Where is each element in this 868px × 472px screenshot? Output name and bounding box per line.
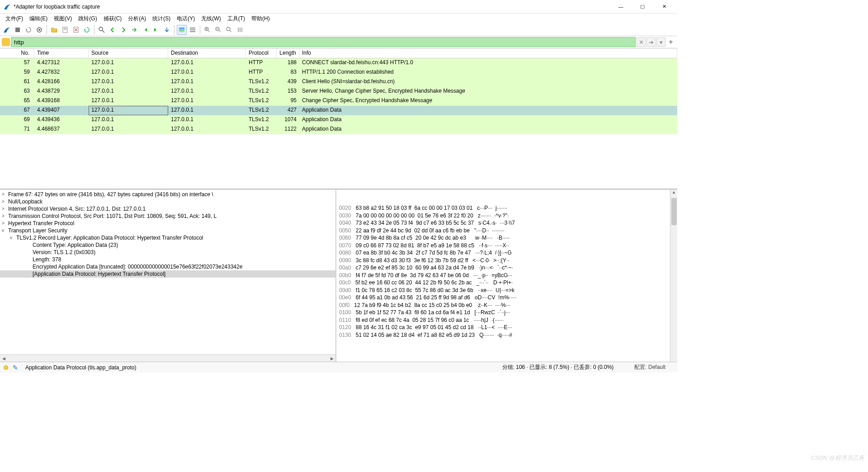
capture-options-icon[interactable] (34, 25, 44, 35)
packet-row[interactable]: 574.427312127.0.0.1127.0.0.1HTTP188CONNE… (0, 58, 677, 68)
zoom-in-icon[interactable] (203, 25, 212, 35)
hex-line[interactable]: 00c0 5f b2 ee 16 60 cc 06 20 44 12 2b f9… (339, 279, 675, 287)
hex-line[interactable]: 0120 88 16 4c 31 f1 02 ca 3c e9 97 05 01… (339, 324, 675, 331)
apply-filter-button[interactable]: ➜ (646, 38, 656, 47)
col-header-time[interactable]: Time (34, 48, 89, 58)
hex-line[interactable]: 0080 07 ea 8b 3f b0 4c 3b 34 2f c7 7d 5d… (339, 249, 675, 257)
packet-row[interactable]: 634.438729127.0.0.1127.0.0.1TLSv1.2153Se… (0, 87, 677, 96)
hex-line[interactable]: 00f0 12 7a b9 f9 4b 1c b4 b2 8a cc 15 c0… (339, 302, 675, 309)
menu-view[interactable]: 视图(V) (51, 14, 75, 24)
find-icon[interactable] (97, 25, 107, 35)
hex-line[interactable]: 00b0 f4 f7 de 5f fd 70 df 8e 3d 79 42 63… (339, 272, 675, 279)
close-file-icon[interactable] (71, 25, 81, 35)
reload-file-icon[interactable] (82, 25, 92, 35)
packet-list-header: No. Time Source Destination Protocol Len… (0, 48, 677, 58)
clear-filter-button[interactable]: ✕ (637, 38, 646, 47)
app-icon (4, 3, 11, 10)
packet-row[interactable]: 654.439168127.0.0.1127.0.0.1TLSv1.295Cha… (0, 96, 677, 106)
status-profile[interactable]: 配置: Default (626, 363, 674, 371)
col-header-protocol[interactable]: Protocol (246, 48, 277, 58)
add-filter-button[interactable]: + (666, 38, 675, 47)
menu-stats[interactable]: 统计(S) (150, 14, 173, 24)
col-header-info[interactable]: Info (299, 48, 677, 58)
tree-node[interactable]: Length: 378 (0, 256, 335, 263)
hex-line[interactable]: 0030 7a 00 00 00 00 00 00 00 01 5e 76 e6… (339, 212, 675, 220)
col-header-length[interactable]: Length (277, 48, 299, 58)
tree-node[interactable]: >Transmission Control Protocol, Src Port… (0, 212, 335, 220)
save-file-icon[interactable] (60, 25, 70, 35)
tree-node[interactable]: [Application Data Protocol: Hypertext Tr… (0, 270, 335, 278)
hex-line[interactable]: 0060 77 09 9e 4d 8b 8a cf c5 20 0e 42 9c… (339, 234, 675, 242)
minimize-button[interactable]: — (614, 2, 627, 11)
stop-capture-icon[interactable] (13, 25, 23, 35)
display-filter-input[interactable] (11, 37, 636, 47)
packet-row[interactable]: 714.468637127.0.0.1127.0.0.1TLSv1.21122A… (0, 125, 677, 134)
col-header-source[interactable]: Source (89, 48, 168, 58)
svg-line-8 (102, 30, 104, 33)
tree-node[interactable]: vTLSv1.2 Record Layer: Application Data … (0, 234, 335, 241)
menu-analyze[interactable]: 分析(A) (125, 14, 149, 24)
hex-line[interactable]: 00e0 6f 44 95 a1 0b ad 43 56 21 6d 25 ff… (339, 294, 675, 302)
close-button[interactable]: ✕ (657, 2, 671, 11)
v-scrollbar[interactable]: ▲ (670, 190, 677, 362)
hex-line[interactable]: 0040 73 e2 43 34 2e 05 73 f4 9d c7 e6 33… (339, 219, 675, 227)
menu-telephony[interactable]: 电话(Y) (174, 14, 198, 24)
menu-file[interactable]: 文件(F) (3, 14, 26, 24)
tree-node[interactable]: Encrypted Application Data [truncated]: … (0, 263, 335, 270)
menu-help[interactable]: 帮助(H) (249, 14, 273, 24)
packet-list[interactable]: No. Time Source Destination Protocol Len… (0, 48, 677, 189)
hex-line[interactable]: 0070 09 c0 66 87 73 02 8d 81 8f b7 e5 a9… (339, 242, 675, 250)
expert-info-icon[interactable] (4, 365, 8, 370)
menu-wireless[interactable]: 无线(W) (198, 14, 223, 24)
bookmark-icon[interactable] (2, 38, 10, 46)
tree-node[interactable]: Content Type: Application Data (23) (0, 241, 335, 249)
zoom-reset-icon[interactable] (224, 25, 234, 35)
open-file-icon[interactable] (49, 25, 59, 35)
h-scrollbar[interactable]: ◀▶ (0, 354, 335, 362)
hex-line[interactable]: 0050 22 aa f9 df 2e 44 bc 9d 02 dd 0f aa… (339, 227, 675, 235)
tree-node[interactable]: >Hypertext Transfer Protocol (0, 220, 335, 227)
titlebar: *Adapter for loopback traffic capture — … (0, 0, 677, 14)
filter-history-dropdown[interactable]: ▾ (656, 38, 665, 47)
auto-scroll-live-icon[interactable] (188, 25, 198, 35)
go-last-icon[interactable] (151, 25, 161, 35)
start-capture-icon[interactable] (2, 25, 12, 35)
hex-line[interactable]: 0100 5b 1f eb 1f 52 77 7a 43 f8 60 1a cd… (339, 309, 675, 316)
packet-row[interactable]: 694.439436127.0.0.1127.0.0.1TLSv1.21074A… (0, 115, 677, 125)
tree-node[interactable]: >Internet Protocol Version 4, Src: 127.0… (0, 205, 335, 212)
edit-icon[interactable]: ✎ (13, 364, 18, 371)
tree-node[interactable]: >Frame 67: 427 bytes on wire (3416 bits)… (0, 191, 335, 198)
menu-edit[interactable]: 编辑(E) (27, 14, 50, 24)
hex-line[interactable]: 00d0 f1 0c 78 65 16 c2 03 8c 55 7c 86 d0… (339, 287, 675, 294)
packet-row[interactable]: 614.428166127.0.0.1127.0.0.1TLSv1.2439Cl… (0, 77, 677, 87)
svg-rect-12 (190, 28, 195, 28)
menu-capture[interactable]: 捕获(C) (101, 14, 125, 24)
zoom-out-icon[interactable] (213, 25, 223, 35)
resize-columns-icon[interactable] (235, 25, 245, 35)
packet-row[interactable]: 594.427832127.0.0.1127.0.0.1HTTP83HTTP/1… (0, 68, 677, 77)
restart-capture-icon[interactable] (24, 25, 33, 35)
colorize-icon[interactable] (177, 25, 187, 35)
col-header-no[interactable]: No. (0, 48, 34, 58)
tree-node[interactable]: Version: TLS 1.2 (0x0303) (0, 249, 335, 256)
hex-line[interactable]: 0130 51 02 14 05 ae 82 18 d4 ef 71 a8 82… (339, 331, 675, 339)
go-forward-icon[interactable] (118, 25, 128, 35)
packet-row[interactable]: 674.439407127.0.0.1127.0.0.1TLSv1.2427Ap… (0, 106, 677, 115)
menu-go[interactable]: 跳转(G) (75, 14, 99, 24)
menu-tools[interactable]: 工具(T) (225, 14, 248, 24)
go-back-icon[interactable] (108, 25, 118, 35)
hex-line[interactable]: 0090 3c 88 fc d8 43 d3 30 f3 3e f6 12 3b… (339, 257, 675, 264)
hex-line[interactable]: 0020 63 b8 a2 91 50 18 03 ff 6a cc 00 00… (339, 204, 675, 212)
go-to-packet-icon[interactable] (129, 25, 139, 35)
status-packet-counts: 分组: 106 · 已显示: 8 (7.5%) · 已丢弃: 0 (0.0%) (494, 363, 622, 371)
tree-node[interactable]: vTransport Layer Security (0, 227, 335, 234)
tree-node[interactable]: >Null/Loopback (0, 198, 335, 205)
col-header-destination[interactable]: Destination (168, 48, 246, 58)
packet-details-tree[interactable]: >Frame 67: 427 bytes on wire (3416 bits)… (0, 190, 336, 362)
hex-line[interactable]: 0110 f8 ed 0f ef ec 68 7c 4a 05 28 15 7f… (339, 316, 675, 324)
auto-scroll-icon[interactable] (162, 25, 172, 35)
maximize-button[interactable]: ▢ (636, 2, 649, 11)
hex-line[interactable]: 00a0 c7 29 6e e2 ef 85 3c 10 60 99 a4 63… (339, 264, 675, 272)
packet-bytes-hex[interactable]: 0020 63 b8 a2 91 50 18 03 ff 6a cc 00 00… (336, 190, 677, 362)
go-first-icon[interactable] (140, 25, 150, 35)
